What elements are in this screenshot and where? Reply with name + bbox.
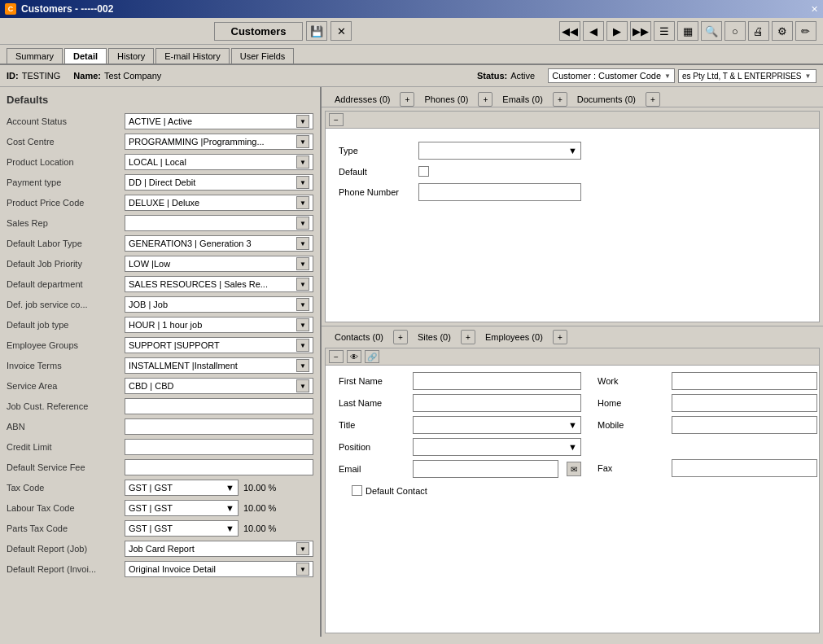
tab-user-fields[interactable]: User Fields	[231, 48, 295, 64]
contacts-add-button[interactable]: +	[393, 330, 408, 344]
addresses-tab[interactable]: Addresses (0)	[328, 93, 396, 106]
contact-minus-button[interactable]: −	[329, 350, 344, 363]
default-contact-checkbox[interactable]	[352, 485, 362, 496]
field-combo[interactable]: Original Invoice Detail▼	[125, 561, 313, 577]
search-button[interactable]: 🔍	[701, 21, 722, 41]
combo-arrow-icon[interactable]: ▼	[296, 217, 309, 230]
lastname-input[interactable]	[413, 394, 581, 412]
field-combo[interactable]: LOCAL | Local▼	[125, 154, 313, 170]
combo-arrow-icon[interactable]: ▼	[296, 115, 309, 128]
field-text-input[interactable]	[125, 439, 313, 455]
emails-tab[interactable]: Emails (0)	[496, 93, 549, 106]
title-combo[interactable]: ▼	[413, 416, 581, 434]
field-combo[interactable]: DELUXE | Deluxe▼	[125, 195, 313, 211]
phone-minus-button[interactable]: −	[329, 113, 344, 126]
defaults-field-row: Sales Rep▼	[7, 214, 313, 232]
emails-add-button[interactable]: +	[553, 92, 567, 107]
field-control: JOB | Job▼	[125, 296, 313, 313]
field-control	[125, 439, 313, 455]
combo-arrow-icon[interactable]: ▼	[296, 379, 309, 392]
customer-code-combo[interactable]: Customer : Customer Code ▼	[548, 68, 675, 83]
employees-tab[interactable]: Employees (0)	[479, 331, 549, 344]
field-text-input[interactable]	[125, 459, 313, 475]
phones-tab[interactable]: Phones (0)	[418, 93, 475, 106]
combo-arrow-icon[interactable]: ▼	[296, 542, 309, 555]
fax-input[interactable]	[672, 459, 817, 477]
sites-tab[interactable]: Sites (0)	[411, 331, 457, 344]
position-combo[interactable]: ▼	[413, 438, 581, 456]
combo-value: PROGRAMMING |Programming...	[129, 137, 296, 147]
employees-add-button[interactable]: +	[553, 330, 567, 344]
firstname-input[interactable]	[413, 372, 581, 390]
edit-button[interactable]: ✏	[795, 21, 816, 41]
field-combo[interactable]: JOB | Job▼	[125, 296, 313, 313]
field-combo[interactable]: ▼	[125, 215, 313, 231]
phones-add-button[interactable]: +	[478, 92, 492, 107]
field-text-input[interactable]	[125, 398, 313, 414]
settings-button[interactable]: ⚙	[772, 21, 793, 41]
list-button[interactable]: ☰	[654, 21, 675, 41]
field-combo[interactable]: PROGRAMMING |Programming...▼	[125, 134, 313, 150]
contact-link-button[interactable]: 🔗	[365, 350, 379, 363]
work-input[interactable]	[672, 372, 817, 390]
save-button[interactable]: 💾	[306, 21, 327, 41]
combo-arrow-icon[interactable]: ▼	[296, 563, 309, 576]
field-combo[interactable]: SALES RESOURCES | Sales Re...▼	[125, 276, 313, 292]
customer-value-combo[interactable]: es Pty Ltd, T & L ENTERPRISES ▼	[678, 69, 816, 83]
addresses-add-button[interactable]: +	[400, 92, 414, 107]
play-button[interactable]: ▶	[606, 21, 628, 41]
home-row: Home	[598, 394, 817, 412]
field-combo[interactable]: CBD | CBD▼	[125, 378, 313, 394]
combo-arrow-icon[interactable]: ▼	[296, 278, 309, 291]
right-top-tabs: Addresses (0) + Phones (0) + Emails (0) …	[322, 87, 823, 107]
combo-arrow-icon[interactable]: ▼	[296, 135, 309, 148]
next-button[interactable]: ▶▶	[630, 21, 651, 41]
combo-arrow-icon[interactable]: ▼	[296, 196, 309, 209]
field-combo[interactable]: DD | Direct Debit▼	[125, 174, 313, 191]
combo-arrow-icon[interactable]: ▼	[296, 339, 309, 352]
field-text-input[interactable]	[125, 418, 313, 435]
home-input[interactable]	[672, 394, 817, 412]
field-combo[interactable]: HOUR | 1 hour job▼	[125, 317, 313, 333]
contacts-tab[interactable]: Contacts (0)	[328, 331, 390, 344]
field-combo[interactable]: SUPPORT |SUPPORT▼	[125, 337, 313, 353]
close-button[interactable]: ✕	[331, 21, 352, 41]
prev-button[interactable]: ◀	[583, 21, 604, 41]
field-combo[interactable]: LOW |Low▼	[125, 256, 313, 272]
tab-summary[interactable]: Summary	[7, 48, 63, 64]
combo-arrow-icon[interactable]: ▼	[296, 359, 309, 372]
documents-tab[interactable]: Documents (0)	[571, 93, 642, 106]
field-combo[interactable]: GENERATION3 | Generation 3▼	[125, 235, 313, 252]
mobile-input[interactable]	[672, 416, 817, 434]
email-send-button[interactable]: ✉	[567, 462, 581, 476]
combo-arrow-icon[interactable]: ▼	[296, 257, 309, 270]
tab-history[interactable]: History	[108, 48, 154, 64]
email-input[interactable]	[413, 460, 558, 478]
field-combo[interactable]: ACTIVE | Active▼	[125, 113, 313, 129]
tax-combo[interactable]: GST | GST▼	[125, 500, 239, 516]
grid-button[interactable]: ▦	[677, 21, 698, 41]
back-button[interactable]: ◀◀	[559, 21, 580, 41]
sites-add-button[interactable]: +	[461, 330, 475, 344]
documents-add-button[interactable]: +	[646, 92, 660, 107]
combo-value: INSTALLMENT |Installment	[129, 361, 296, 370]
clear-button[interactable]: ○	[725, 21, 746, 41]
combo-arrow-icon[interactable]: ▼	[296, 176, 309, 189]
tax-combo[interactable]: GST | GST▼	[125, 480, 239, 496]
combo-arrow-icon[interactable]: ▼	[296, 298, 309, 311]
phone-number-input[interactable]	[418, 183, 581, 201]
combo-arrow-icon[interactable]: ▼	[296, 156, 309, 169]
tab-detail[interactable]: Detail	[64, 48, 107, 64]
field-combo[interactable]: INSTALLMENT |Installment▼	[125, 357, 313, 374]
field-combo[interactable]: Job Card Report▼	[125, 541, 313, 557]
type-combo[interactable]: ▼	[418, 142, 581, 160]
window-close-button[interactable]: ✕	[811, 4, 818, 15]
combo-arrow-icon[interactable]: ▼	[296, 237, 309, 250]
tab-email-history[interactable]: E-mail History	[155, 48, 229, 64]
tax-combo[interactable]: GST | GST▼	[125, 520, 239, 537]
print-button[interactable]: 🖨	[748, 21, 769, 41]
contact-view-button[interactable]: 👁	[347, 350, 361, 363]
default-checkbox[interactable]	[418, 166, 429, 177]
combo-arrow-icon[interactable]: ▼	[296, 318, 309, 331]
documents-tab-group: Documents (0) +	[571, 92, 660, 107]
